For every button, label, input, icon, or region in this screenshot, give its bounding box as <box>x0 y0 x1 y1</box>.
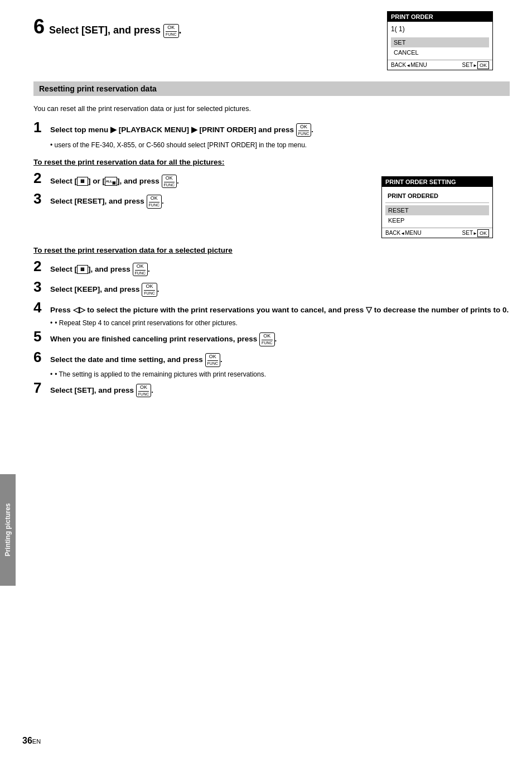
ok-func-icon-3: OK FUNC <box>147 195 162 209</box>
step1-sub: • users of the FE-340, X-855, or C-560 s… <box>50 140 510 150</box>
ok-func-icon-5: OK FUNC <box>142 283 157 297</box>
step3-sel-text: Select [KEEP], and press OK FUNC . <box>50 283 159 297</box>
step6-sel: 6 Select the date and time setting, and … <box>33 350 510 367</box>
step3-sel: 3 Select [KEEP], and press OK FUNC . <box>33 279 510 297</box>
ok-func-icon-4: OK FUNC <box>133 263 148 277</box>
setting-footer-back: BACK◄MENU <box>385 230 422 236</box>
section-reset-intro: You can reset all the print reservation … <box>33 104 510 114</box>
step6-sel-number: 6 <box>33 350 46 364</box>
step7-sel-text: Select [SET], and press OK FUNC . <box>50 384 153 398</box>
step2-all-number: 2 <box>33 171 46 185</box>
step4-sel-text: Press ◁▷ to select the picture with the … <box>50 305 509 316</box>
setting-item-reset[interactable]: RESET <box>385 205 489 215</box>
step5-sel-text: When you are finished canceling print re… <box>50 332 277 346</box>
step3-sel-number: 3 <box>33 279 46 294</box>
ok-func-icon-1: OK FUNC <box>296 123 311 137</box>
step6-sub: • The setting is applied to the remainin… <box>50 370 510 378</box>
step1-reset: 1 Select top menu ▶ [PLAYBACK MENU] ▶ [P… <box>33 120 510 137</box>
print-order-dialog: PRINT ORDER 1( 1) SET CANCEL BACK◄MENU S… <box>387 11 493 70</box>
step2-all: 2 Select [▩] or [ALL▩], and press OK FUN… <box>33 171 381 188</box>
step6-number: 6 <box>33 17 45 37</box>
step5-sel: 5 When you are finished canceling print … <box>33 329 510 346</box>
setting-dialog-subtitle: PRINT ORDERED <box>385 190 489 203</box>
page-number: 36EN <box>22 736 41 746</box>
step6-sel-text: Select the date and time setting, and pr… <box>50 353 223 367</box>
step1-number: 1 <box>33 120 46 134</box>
ok-func-icon-6: OK FUNC <box>259 332 274 346</box>
step2-sel-text: Select [▩], and press OK FUNC . <box>50 263 150 277</box>
dialog-item-set[interactable]: SET <box>391 37 489 47</box>
ok-func-icon-7: OK FUNC <box>205 353 220 367</box>
ok-func-icon-8: OK FUNC <box>136 384 151 398</box>
step4-sub: • Repeat Step 4 to cancel print reservat… <box>50 319 510 327</box>
step4-sub-text: • Repeat Step 4 to cancel print reservat… <box>55 319 238 327</box>
step7-sel-number: 7 <box>33 380 46 395</box>
single-icon-2: ▩ <box>77 265 88 274</box>
step5-sel-number: 5 <box>33 329 46 344</box>
step3-all: 3 Select [RESET], and press OK FUNC . <box>33 191 381 209</box>
dialog-item-cancel[interactable]: CANCEL <box>391 47 489 57</box>
step7-sel: 7 Select [SET], and press OK FUNC . <box>33 380 510 398</box>
step6-top-header: 6 Select [SET], and press OK FUNC . <box>33 17 387 38</box>
side-tab: Printing pictures <box>0 474 16 586</box>
section-reset-title: Resetting print reservation data <box>33 81 510 96</box>
ok-func-icon: OK FUNC <box>163 24 178 38</box>
dialog-footer: BACK◄MENU SET►OK <box>388 60 492 70</box>
setting-dialog-footer: BACK◄MENU SET►OK <box>382 228 492 238</box>
step3-all-number: 3 <box>33 191 46 206</box>
step1-text: Select top menu ▶ [PLAYBACK MENU] ▶ [PRI… <box>50 123 313 137</box>
step6-text: Select [SET], and press OK FUNC . <box>49 24 182 38</box>
ok-func-icon-2: OK FUNC <box>162 175 177 189</box>
setting-dialog-title: PRINT ORDER SETTING <box>382 177 492 187</box>
step2-sel: 2 Select [▩], and press OK FUNC . <box>33 259 510 276</box>
dialog-title: PRINT ORDER <box>388 12 492 22</box>
step3-all-text: Select [RESET], and press OK FUNC . <box>50 195 164 209</box>
print-order-setting-dialog: PRINT ORDER SETTING PRINT ORDERED RESET … <box>381 176 493 238</box>
step2-all-text: Select [▩] or [ALL▩], and press OK FUNC … <box>50 175 179 189</box>
subsection-all-title: To reset the print reservation data for … <box>33 158 510 166</box>
subsection-selected-title: To reset the print reservation data for … <box>33 246 510 254</box>
step4-sel: 4 Press ◁▷ to select the picture with th… <box>33 300 510 316</box>
setting-item-keep[interactable]: KEEP <box>385 215 489 225</box>
side-tab-label: Printing pictures <box>4 503 12 556</box>
setting-footer-set: SET►OK <box>462 230 489 236</box>
dialog-count: 1( 1) <box>391 25 489 33</box>
footer-back: BACK◄MENU <box>391 62 427 68</box>
step4-sel-number: 4 <box>33 300 46 315</box>
single-icon: ▩ <box>77 177 88 186</box>
all-icon: ALL▩ <box>105 177 117 186</box>
footer-set: SET►OK <box>462 62 489 68</box>
step6-sub-text: • The setting is applied to the remainin… <box>55 370 266 378</box>
step2-sel-number: 2 <box>33 259 46 273</box>
